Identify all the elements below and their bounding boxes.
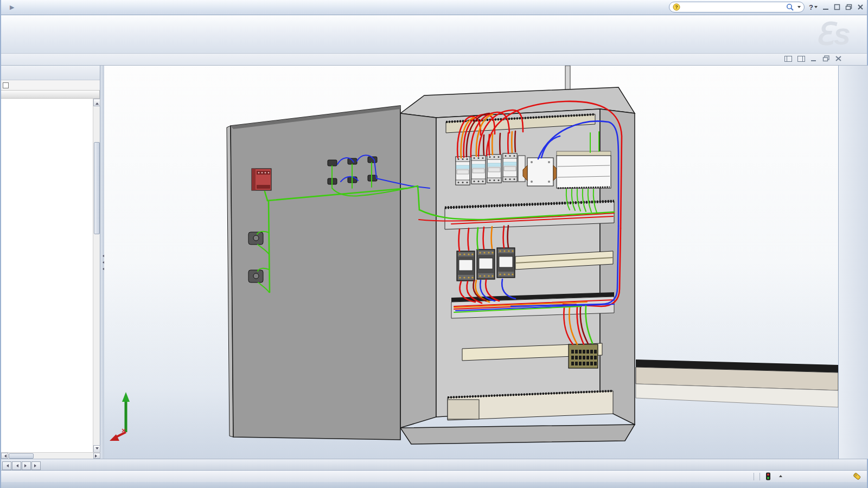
collapse-left-pane-icon[interactable] — [784, 56, 792, 62]
window-buttons: ? — [809, 3, 864, 11]
tree-horizontal-scrollbar[interactable] — [1, 452, 100, 459]
panel-splitter[interactable] — [100, 66, 104, 459]
search-icon[interactable] — [786, 3, 794, 11]
doc-close-icon[interactable] — [835, 56, 842, 62]
solidworks-window: ▶ ? ? Ꜫs — [0, 0, 868, 488]
minimize-button[interactable] — [822, 4, 829, 10]
prev-tab-button[interactable] — [12, 461, 21, 470]
close-icon[interactable] — [857, 4, 864, 10]
doc-restore-icon[interactable] — [822, 55, 830, 62]
title-bar: ▶ ? ? — [1, 0, 867, 15]
panel-tab-strip — [1, 66, 100, 80]
components-tree — [1, 99, 93, 453]
scroll-right-button[interactable] — [93, 453, 100, 459]
help-button[interactable]: ? — [809, 3, 818, 11]
ds-watermark: Ꜫs — [815, 16, 851, 52]
enclosure-door[interactable] — [227, 106, 400, 440]
rebuild-traffic-light-icon[interactable] — [765, 472, 771, 480]
door-relay — [252, 169, 271, 190]
graphics-viewport[interactable] — [104, 66, 838, 459]
help-balloon-icon: ? — [673, 3, 680, 11]
last-tab-button[interactable] — [31, 461, 41, 470]
enclosure-3d-scene — [104, 66, 838, 459]
scrollbar-thumb[interactable] — [9, 453, 34, 459]
hide-inserted-checkbox[interactable] — [3, 82, 9, 88]
title-bar-right: ? ? — [669, 2, 864, 12]
feature-manager-panel — [1, 66, 100, 459]
scroll-left-button[interactable] — [1, 453, 8, 459]
svg-text:?: ? — [675, 4, 678, 10]
tab-nav-cluster — [2, 461, 41, 470]
scrollbar-thumb[interactable] — [94, 142, 100, 234]
status-bar — [1, 470, 867, 482]
ribbon-buttons — [1, 15, 867, 53]
doc-minimize-icon[interactable] — [810, 56, 817, 62]
task-pane — [838, 66, 868, 459]
tag-icon[interactable] — [853, 472, 861, 480]
scroll-up-button[interactable] — [93, 99, 100, 106]
window-bottom-edge — [1, 482, 867, 488]
hide-inserted-row — [1, 80, 100, 90]
document-window-controls — [784, 55, 842, 62]
command-tab-row — [1, 54, 867, 66]
solidworks-logo: ▶ — [1, 0, 18, 15]
restore-button[interactable] — [845, 4, 852, 10]
main-content — [1, 66, 868, 459]
origin-triad — [110, 392, 130, 441]
symbols-header — [1, 90, 100, 99]
status-right — [748, 472, 861, 480]
units-selector[interactable] — [776, 473, 782, 480]
maximize-button[interactable] — [834, 4, 840, 10]
first-tab-button[interactable] — [2, 461, 11, 470]
tree-vertical-scrollbar[interactable] — [93, 99, 100, 453]
search-options-caret[interactable] — [797, 6, 801, 10]
toolbar-overflow-chevron[interactable]: ▶ — [10, 4, 14, 11]
scroll-down-button[interactable] — [93, 445, 100, 453]
collapse-right-pane-icon[interactable] — [797, 56, 805, 62]
model-tab-bar — [1, 459, 867, 470]
next-tab-button[interactable] — [22, 461, 31, 470]
command-manager-ribbon: Ꜫs — [1, 15, 867, 54]
help-search-box[interactable]: ? — [669, 2, 805, 12]
conveyor-beam — [636, 359, 838, 407]
